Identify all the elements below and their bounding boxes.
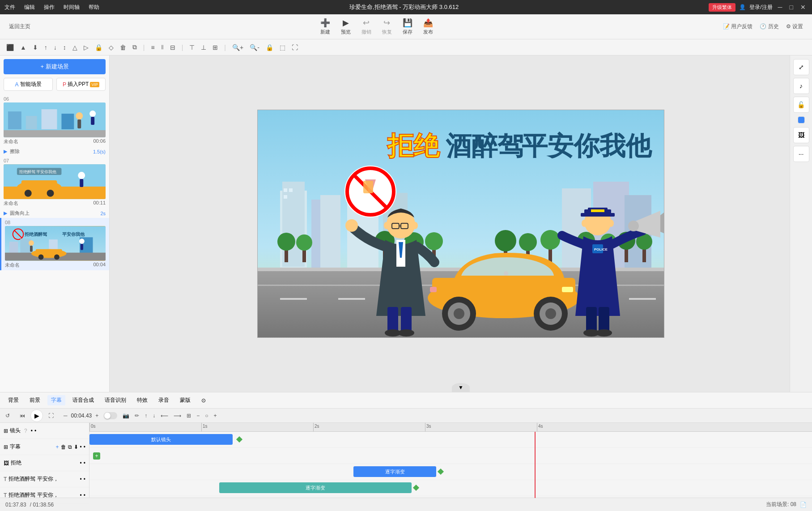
menu-help[interactable]: 帮助 — [89, 4, 99, 11]
align-h-btn[interactable]: ≡ — [149, 43, 157, 52]
toggle-switch[interactable] — [104, 412, 117, 419]
tab-mask[interactable]: 蒙版 — [176, 395, 194, 405]
delete-btn[interactable]: 🗑 — [118, 43, 128, 52]
align-v-btn[interactable]: ⦀ — [159, 43, 166, 52]
reject-block[interactable]: 逐字渐变 — [353, 466, 436, 477]
minimize-button[interactable]: ─ — [776, 4, 784, 11]
lock-btn[interactable]: 🔒 — [93, 43, 104, 52]
tl-align-right[interactable]: ⟶ — [172, 412, 183, 420]
zoom-out-btn[interactable]: 🔍- — [248, 43, 261, 52]
dot-t3[interactable]: • — [80, 492, 82, 498]
menu-file[interactable]: 文件 — [4, 4, 15, 11]
tl-undo-btn[interactable]: ↺ — [4, 412, 12, 420]
transition-06-07[interactable]: ▶ 擦除 1.5(s) — [0, 147, 109, 156]
dot-btn-1[interactable]: • — [31, 428, 33, 434]
order-btn1[interactable]: ⊤ — [187, 43, 196, 52]
dot-rej-2[interactable]: • — [84, 460, 85, 466]
dot-t4[interactable]: • — [84, 492, 85, 498]
back-home[interactable]: 返回主页 — [9, 23, 30, 30]
lock2-btn[interactable]: 🔒 — [264, 43, 275, 52]
menu-operate[interactable]: 操作 — [44, 4, 55, 11]
flip-v-btn[interactable]: ▷ — [82, 43, 90, 52]
tl-down-btn[interactable]: ↓ — [151, 412, 157, 420]
help-icon[interactable]: ? — [24, 428, 27, 434]
transition-07-08[interactable]: ▶ 圆角向上 2s — [0, 209, 109, 218]
collapse-btn[interactable]: ▼ — [452, 383, 470, 392]
unlock-btn[interactable]: 🔓 — [793, 97, 809, 113]
scene-item-06[interactable]: 06 — [0, 94, 109, 147]
tab-voice-recognition[interactable]: 语音识别 — [101, 395, 130, 405]
preview-button[interactable]: ▶ 预览 — [341, 18, 351, 35]
tl-screenshot-btn[interactable]: 📷 — [121, 412, 131, 420]
tab-background[interactable]: 背景 — [4, 395, 22, 405]
distribute-btn[interactable]: ⊟ — [168, 43, 177, 52]
crop-btn[interactable]: ⬚ — [278, 43, 287, 52]
settings-button[interactable]: ⚙ 设置 — [786, 23, 803, 30]
tl-minus-btn[interactable]: − — [195, 412, 201, 420]
menu-edit[interactable]: 编辑 — [24, 4, 35, 11]
align-up-btn[interactable]: ↑ — [43, 43, 49, 52]
order-btn3[interactable]: ⊞ — [211, 43, 220, 52]
down-subtitle-btn[interactable]: ⬇ — [74, 444, 78, 450]
subtitle-add-btn[interactable]: + — [93, 452, 100, 460]
tab-subtitle[interactable]: 字幕 — [47, 395, 65, 405]
scene-item-08[interactable]: 08 拒绝酒醉驾 — [0, 218, 109, 270]
new-button[interactable]: ➕ 新建 — [320, 18, 330, 35]
copy-btn[interactable]: ⧉ — [131, 43, 139, 52]
image-btn[interactable]: 🖼 — [793, 127, 809, 143]
redo-button[interactable]: ↪ 恢复 — [382, 18, 392, 35]
tl-play-button[interactable]: ▶ — [30, 409, 43, 422]
history-button[interactable]: 🕐 历史 — [760, 23, 778, 30]
save-button[interactable]: 💾 保存 — [403, 18, 412, 35]
tl-fit-btn[interactable]: ⊞ — [185, 412, 193, 420]
align-bottom-btn[interactable]: ↕ — [61, 43, 68, 52]
feedback-button[interactable]: 📝 用户反馈 — [723, 23, 752, 30]
fullscreen-right-btn[interactable]: ⤢ — [793, 59, 809, 75]
scene-item-07[interactable]: 07 拒绝醉驾 平安你我他 — [0, 156, 109, 209]
more-btn[interactable]: ··· — [793, 146, 809, 162]
tl-fullscreen-btn[interactable]: ⛶ — [47, 412, 55, 420]
tl-back-btn[interactable]: ⏮ — [18, 412, 27, 420]
music-note-btn[interactable]: ♪ — [793, 78, 809, 94]
order-btn2[interactable]: ⊥ — [199, 43, 208, 52]
tab-record[interactable]: 录音 — [155, 395, 173, 405]
undo-button[interactable]: ↩ 撤销 — [361, 18, 371, 35]
maximize-button[interactable]: □ — [788, 4, 795, 11]
delete-subtitle-btn[interactable]: 🗑 — [61, 444, 66, 450]
download-btn[interactable]: ⬇ — [31, 43, 40, 52]
align-down-btn[interactable]: ↓ — [52, 43, 59, 52]
tl-add-btn[interactable]: + — [212, 412, 219, 420]
smart-scene-button[interactable]: A 智能场景 — [4, 78, 53, 91]
publish-button[interactable]: 📤 发布 — [423, 18, 433, 35]
tl-edit-btn[interactable]: ✏ — [133, 412, 141, 420]
tab-voice-synthesis[interactable]: 语音合成 — [69, 395, 98, 405]
tl-zoom-in[interactable]: + — [94, 412, 100, 420]
color-block-btn[interactable] — [798, 116, 805, 123]
upgrade-button[interactable]: 升级繁体 — [709, 3, 735, 12]
dot-sub-1[interactable]: • — [80, 444, 82, 450]
camera-block[interactable]: 默认镜头 — [89, 434, 233, 445]
new-scene-button[interactable]: + 新建场景 — [4, 59, 106, 74]
insert-ppt-button[interactable]: P 插入PPT VIP — [56, 78, 106, 91]
fullscreen-btn[interactable]: ⛶ — [290, 43, 300, 52]
dot-btn-2[interactable]: • — [34, 428, 36, 434]
align-left-btn[interactable]: ⬛ — [4, 43, 16, 52]
dot-rej-1[interactable]: • — [80, 460, 82, 466]
copy-subtitle-btn[interactable]: ⧉ — [68, 444, 72, 450]
add-subtitle-btn[interactable]: + — [56, 444, 59, 450]
tab-extra[interactable]: ⊙ — [198, 396, 209, 405]
flip-h-btn[interactable]: △ — [71, 43, 79, 52]
text1-block[interactable]: 逐字渐变 — [219, 482, 412, 493]
tl-circle-btn[interactable]: ○ — [203, 412, 210, 420]
tl-align-left[interactable]: ⟵ — [159, 412, 170, 420]
dot-sub-2[interactable]: • — [84, 444, 85, 450]
dot-t2[interactable]: • — [84, 476, 85, 482]
dot-t1[interactable]: • — [80, 476, 82, 482]
zoom-in-btn[interactable]: 🔍+ — [230, 43, 245, 52]
canvas[interactable]: 🎥 默认镜头 — [257, 110, 664, 338]
tl-up-btn[interactable]: ↑ — [143, 412, 149, 420]
tab-foreground[interactable]: 前景 — [26, 395, 44, 405]
close-button[interactable]: ✕ — [799, 4, 808, 11]
group-btn[interactable]: ◇ — [107, 43, 115, 52]
tab-effects[interactable]: 特效 — [133, 395, 151, 405]
